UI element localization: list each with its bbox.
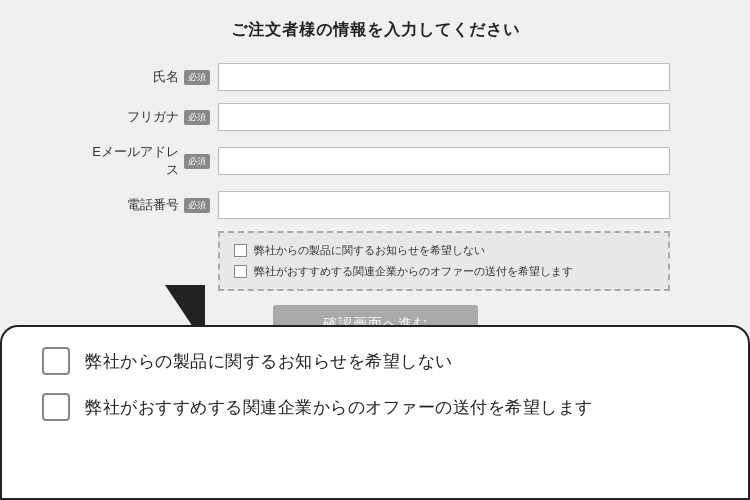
zoomed-checkbox-row-1: 弊社からの製品に関するお知らせを希望しない xyxy=(42,347,708,375)
input-name[interactable] xyxy=(218,63,670,91)
form-row-name: 氏名 必須 xyxy=(80,63,670,91)
label-furigana: フリガナ 必須 xyxy=(80,108,210,126)
zoomed-checkbox-row-2: 弊社がおすすめする関連企業からのオファーの送付を希望します xyxy=(42,393,708,421)
input-email[interactable] xyxy=(218,147,670,175)
required-badge-email: 必須 xyxy=(184,154,210,169)
input-furigana[interactable] xyxy=(218,103,670,131)
zoomed-popup: 弊社からの製品に関するお知らせを希望しない 弊社がおすすめする関連企業からのオフ… xyxy=(0,325,750,500)
form-row-furigana: フリガナ 必須 xyxy=(80,103,670,131)
zoomed-checkbox-2[interactable] xyxy=(42,393,70,421)
zoomed-checkbox-label-1: 弊社からの製品に関するお知らせを希望しない xyxy=(85,350,453,373)
checkbox-row-1: 弊社からの製品に関するお知らせを希望しない xyxy=(234,243,654,258)
zoomed-checkbox-1[interactable] xyxy=(42,347,70,375)
checkbox-2[interactable] xyxy=(234,265,247,278)
form-row-email: Eメールアドレス 必須 xyxy=(80,143,670,179)
label-phone: 電話番号 必須 xyxy=(80,196,210,214)
input-phone[interactable] xyxy=(218,191,670,219)
checkbox-row-2: 弊社がおすすめする関連企業からのオファーの送付を希望します xyxy=(234,264,654,279)
checkbox-label-2: 弊社がおすすめする関連企業からのオファーの送付を希望します xyxy=(254,264,573,279)
form-row-phone: 電話番号 必須 xyxy=(80,191,670,219)
checkbox-section: 弊社からの製品に関するお知らせを希望しない 弊社がおすすめする関連企業からのオフ… xyxy=(218,231,670,291)
page-container: ご注文者様の情報を入力してください 氏名 必須 フリガナ 必須 Eメールアドレス… xyxy=(0,0,750,500)
zoomed-checkbox-label-2: 弊社がおすすめする関連企業からのオファーの送付を希望します xyxy=(85,396,593,419)
page-title: ご注文者様の情報を入力してください xyxy=(80,20,670,41)
required-badge-name: 必須 xyxy=(184,70,210,85)
checkbox-label-1: 弊社からの製品に関するお知らせを希望しない xyxy=(254,243,485,258)
required-badge-phone: 必須 xyxy=(184,198,210,213)
label-email: Eメールアドレス 必須 xyxy=(80,143,210,179)
checkbox-1[interactable] xyxy=(234,244,247,257)
form-section: ご注文者様の情報を入力してください 氏名 必須 フリガナ 必須 Eメールアドレス… xyxy=(0,0,750,358)
label-name: 氏名 必須 xyxy=(80,68,210,86)
required-badge-furigana: 必須 xyxy=(184,110,210,125)
